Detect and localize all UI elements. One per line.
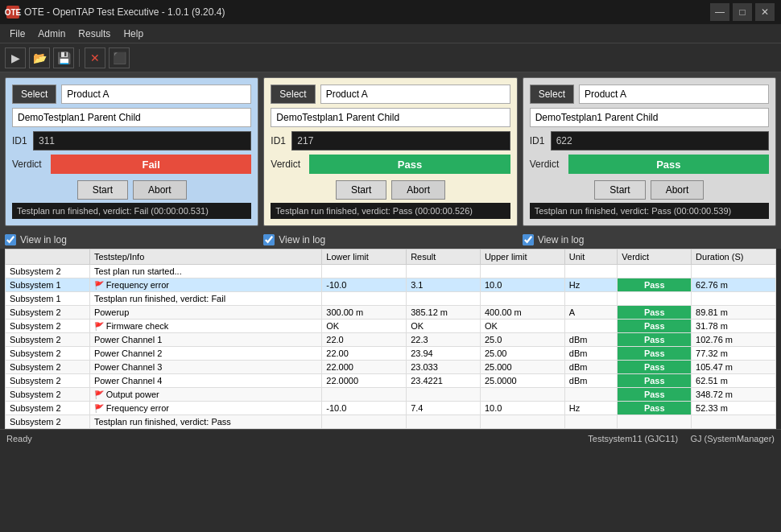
col-header-verdict: Verdict [618,250,692,265]
play-button[interactable]: ▶ [5,47,26,68]
cell-verdict: Pass [618,306,692,320]
cell-step: Testplan run finished, verdict: Pass [89,415,321,429]
panel2-testplan-input[interactable] [271,108,510,127]
panel2-product-input[interactable] [320,85,510,104]
cell-duration: 105.47 m [692,361,776,374]
panel3-abort-button[interactable]: Abort [651,180,705,200]
menu-help[interactable]: Help [117,27,150,41]
cell-result: 22.3 [407,333,481,347]
cell-step: Power Channel 3 [89,361,321,374]
panel1-status: Testplan run finished, verdict: Fail (00… [12,203,251,219]
panel3-id-label: ID1 [530,135,546,146]
app-icon: OTE [6,6,19,19]
cell-result: 23.4221 [407,374,481,388]
panel2-verdict-label: Verdict [271,159,304,170]
abort-toolbar-button[interactable]: ⬛ [109,47,130,68]
cell-subsystem: Subsystem 2 [6,265,90,278]
panel1-verdict-label: Verdict [12,159,46,170]
menu-admin[interactable]: Admin [31,27,72,41]
cell-unit: dBm [564,374,618,388]
viewlog-label-3: View in log [538,234,585,245]
panel3-product-input[interactable] [579,85,769,104]
cell-verdict: Pass [618,333,692,347]
cell-unit: dBm [564,333,618,347]
table-row: Subsystem 2 Power Channel 422.000023.422… [6,374,776,388]
table-row: Subsystem 2 Power Channel 122.022.325.0d… [6,333,776,347]
cell-subsystem: Subsystem 1 [6,292,90,306]
table-wrapper[interactable]: Teststep/Info Lower limit Result Upper l… [5,249,776,429]
cell-verdict: Pass [618,388,692,402]
cell-duration [692,265,776,278]
cell-unit: A [564,306,618,320]
table-row: Subsystem 2 Power Channel 322.00023.0332… [6,361,776,374]
cell-result [407,415,481,429]
table-row: Subsystem 2 Power Channel 222.0023.9425.… [6,347,776,361]
viewlog-checkbox-3[interactable] [523,234,534,245]
stop-button[interactable]: ✕ [85,47,105,68]
panel2-verdict-row: Verdict Pass [271,155,510,174]
maximize-button[interactable]: □ [733,3,752,21]
col-header-subsystem [6,250,90,265]
panel2-id-input[interactable] [291,131,510,151]
panel3-id-input[interactable] [551,131,769,151]
cell-lower [322,292,407,306]
panel2-id-label: ID1 [271,135,287,146]
flag-icon: 🚩 [94,281,106,290]
col-header-unit: Unit [564,250,618,265]
cell-result [407,292,481,306]
viewlog-checkbox-1[interactable] [5,234,16,245]
panel1-product-input[interactable] [61,85,251,104]
panel2-select-button[interactable]: Select [271,85,315,104]
status-footer: Ready Testsystem11 (GJC11) GJ (SystemMan… [0,429,781,447]
cell-duration: 52.33 m [692,402,776,415]
status-user: GJ (SystemManager) [690,434,775,443]
titlebar-left: OTE OTE - OpenTAP Test Executive - 1.0.1… [6,6,225,19]
menu-file[interactable]: File [3,27,31,41]
cell-unit [564,265,618,278]
cell-step: Testplan run finished, verdict: Fail [89,292,321,306]
cell-unit [564,415,618,429]
panel2-id-row: ID1 [271,131,510,151]
toolbar: ▶ 📂 💾 ✕ ⬛ [0,43,781,72]
viewlog-checkbox-2[interactable] [263,234,275,245]
panel3-start-button[interactable]: Start [594,180,645,200]
open-button[interactable]: 📂 [29,47,50,68]
flag-icon: 🚩 [94,322,106,331]
minimize-button[interactable]: — [710,3,729,21]
panel1-select-button[interactable]: Select [12,85,56,104]
cell-subsystem: Subsystem 2 [6,402,90,415]
cell-upper: 25.0000 [480,374,564,388]
panel2-start-button[interactable]: Start [336,180,386,200]
panel1-verdict-row: Verdict Fail [12,155,251,174]
cell-step: Power Channel 4 [89,374,321,388]
panel1-id-input[interactable] [33,131,251,151]
table-row: Subsystem 2Test plan run started... [6,265,776,278]
cell-duration: 62.76 m [692,278,776,292]
save-button[interactable]: 💾 [53,47,74,68]
cell-duration: 62.51 m [692,374,776,388]
cell-unit: Hz [564,402,618,415]
menu-results[interactable]: Results [72,27,117,41]
table-row: Subsystem 2🚩 Output powerPass348.72 m [6,388,776,402]
titlebar: OTE OTE - OpenTAP Test Executive - 1.0.1… [0,0,781,24]
panel1-testplan-input[interactable] [12,108,251,127]
cell-verdict [618,415,692,429]
table-body: Subsystem 2Test plan run started...Subsy… [6,265,776,429]
cell-lower: -10.0 [322,278,407,292]
close-button[interactable]: ✕ [755,3,775,21]
cell-result [407,388,481,402]
panel3-select-button[interactable]: Select [530,85,574,104]
cell-result: 3.1 [407,278,481,292]
table-row: Subsystem 1🚩 Frequency error-10.03.110.0… [6,278,776,292]
viewlog-item-2: View in log [263,234,517,245]
cell-unit [564,292,618,306]
panel1-abort-button[interactable]: Abort [133,180,187,200]
titlebar-controls[interactable]: — □ ✕ [710,3,775,21]
panel2-abort-button[interactable]: Abort [391,180,445,200]
cell-duration: 31.78 m [692,320,776,333]
cell-unit [564,320,618,333]
cell-step: 🚩 Firmware check [89,320,321,333]
cell-subsystem: Subsystem 1 [6,278,90,292]
panel3-testplan-input[interactable] [530,108,769,127]
panel1-start-button[interactable]: Start [77,180,128,200]
